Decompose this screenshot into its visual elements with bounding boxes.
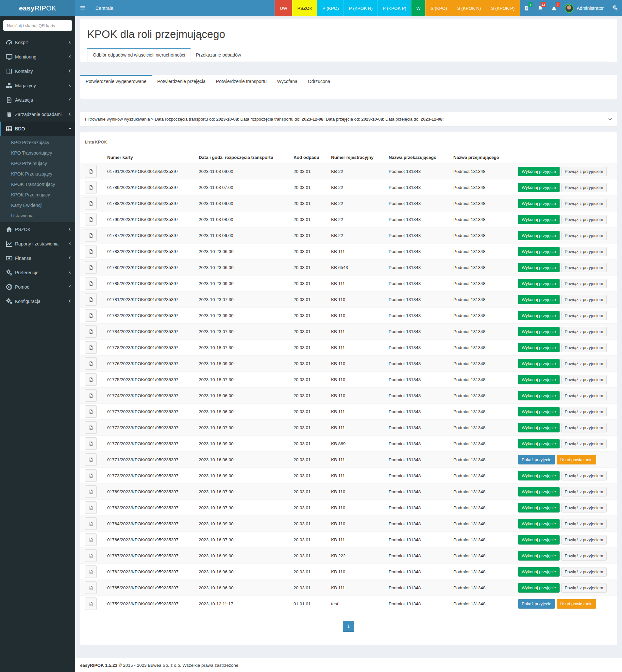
link-receipt-button[interactable]: Powiąż z przyjęciem <box>561 519 607 529</box>
pdf-file-button[interactable] <box>85 357 97 370</box>
show-receipt-button[interactable]: Pokaż przyjęcie <box>518 455 555 464</box>
tab-odrzucona[interactable]: Odrzucona <box>303 75 335 88</box>
sidebar-subitem-kpok-przejmujacy[interactable]: KPOK Przejmujący <box>0 189 75 200</box>
sidebar-subitem-kpok-transportujacy[interactable]: KPOK Transportujący <box>0 179 75 189</box>
link-receipt-button[interactable]: Powiąż z przyjęciem <box>561 439 607 449</box>
role-button-uw[interactable]: UW <box>275 0 292 16</box>
tab-potwierdzenie-transportu[interactable]: Potwierdzenie transportu <box>211 75 272 88</box>
pdf-file-button[interactable] <box>85 469 97 482</box>
page-number-button[interactable]: 1 <box>343 621 355 632</box>
bell-notification-button[interactable]: 22 <box>533 0 547 16</box>
execute-receipt-button[interactable]: Wykonaj przyjęcie <box>518 343 560 352</box>
execute-receipt-button[interactable]: Wykonaj przyjęcie <box>518 423 560 432</box>
sidebar-subitem-karty-ewidencji[interactable]: Karty Ewidencji <box>0 200 75 211</box>
pdf-file-button[interactable] <box>85 389 97 402</box>
link-receipt-button[interactable]: Powiąż z przyjęciem <box>561 231 607 240</box>
execute-receipt-button[interactable]: Wykonaj przyjęcie <box>518 391 560 400</box>
sidebar-item-raporty-i-zestawienia[interactable]: Raporty i zestawienia <box>0 237 75 251</box>
link-receipt-button[interactable]: Powiąż z przyjęciem <box>561 503 607 512</box>
pdf-file-button[interactable] <box>85 581 97 594</box>
role-button-s-kpok-n[interactable]: S (KPOK N) <box>452 0 486 16</box>
link-receipt-button[interactable]: Powiąż z przyjęciem <box>561 215 607 224</box>
pdf-file-button[interactable] <box>85 325 97 338</box>
brand-logo[interactable]: easyRIPOK <box>0 0 75 16</box>
pdf-file-button[interactable] <box>85 421 97 434</box>
remove-link-button[interactable]: Usuń powiązanie <box>557 455 596 464</box>
pdf-file-button[interactable] <box>85 229 97 242</box>
qr-search-input[interactable] <box>3 20 72 31</box>
pdf-file-button[interactable] <box>85 437 97 450</box>
sidebar-item-preferencje[interactable]: Preferencje <box>0 266 75 280</box>
pdf-file-button[interactable] <box>85 245 97 257</box>
execute-receipt-button[interactable]: Wykonaj przyjęcie <box>518 439 560 449</box>
execute-receipt-button[interactable]: Wykonaj przyjęcie <box>518 311 560 320</box>
pdf-file-button[interactable] <box>85 405 97 418</box>
link-receipt-button[interactable]: Powiąż z przyjęciem <box>561 535 607 544</box>
sidebar-toggle-button[interactable] <box>75 0 90 16</box>
sidebar-subitem-ustawienia[interactable]: Ustawienia <box>0 211 75 221</box>
execute-receipt-button[interactable]: Wykonaj przyjęcie <box>518 503 560 512</box>
execute-receipt-button[interactable]: Wykonaj przyjęcie <box>518 487 560 496</box>
pdf-file-button[interactable] <box>85 565 97 578</box>
sidebar-item-kontakty[interactable]: Kontakty <box>0 64 75 78</box>
execute-receipt-button[interactable]: Wykonaj przyjęcie <box>518 519 560 529</box>
link-receipt-button[interactable]: Powiąż z przyjęciem <box>561 471 607 481</box>
link-receipt-button[interactable]: Powiąż z przyjęciem <box>561 551 607 561</box>
link-receipt-button[interactable]: Powiąż z przyjęciem <box>561 359 607 368</box>
sidebar-item-monitoring[interactable]: Monitoring <box>0 50 75 64</box>
pdf-file-button[interactable] <box>85 341 97 354</box>
filetext-notification-button[interactable]: 9 <box>520 0 533 16</box>
role-button-s-kpok-p[interactable]: S (KPOK P) <box>486 0 520 16</box>
execute-receipt-button[interactable]: Wykonaj przyjęcie <box>518 231 560 240</box>
link-receipt-button[interactable]: Powiąż z przyjęciem <box>561 423 607 432</box>
user-menu[interactable]: Administrator <box>561 0 608 16</box>
pdf-file-button[interactable] <box>85 181 97 193</box>
execute-receipt-button[interactable]: Wykonaj przyjęcie <box>518 327 560 336</box>
link-receipt-button[interactable]: Powiąż z przyjęciem <box>561 263 607 272</box>
execute-receipt-button[interactable]: Wykonaj przyjęcie <box>518 471 560 481</box>
pdf-file-button[interactable] <box>85 453 97 466</box>
role-button-p-kpok-p[interactable]: P (KPOK P) <box>378 0 411 16</box>
execute-receipt-button[interactable]: Wykonaj przyjęcie <box>518 535 560 544</box>
settings-button[interactable] <box>608 0 622 16</box>
sidebar-item-konfiguracja[interactable]: Konfiguracja <box>0 294 75 309</box>
tab-potwierdzenie-przejecia[interactable]: Potwierdzenie przejęcia <box>152 75 211 88</box>
execute-receipt-button[interactable]: Wykonaj przyjęcie <box>518 295 560 304</box>
pdf-file-button[interactable] <box>85 501 97 514</box>
role-button-p-kpo[interactable]: P (KPO) <box>317 0 344 16</box>
link-receipt-button[interactable]: Powiąż z przyjęciem <box>561 487 607 496</box>
execute-receipt-button[interactable]: Wykonaj przyjęcie <box>518 407 560 416</box>
role-button-pszok[interactable]: PSZOK <box>292 0 317 16</box>
tab-przekazanie-odpadow[interactable]: Przekazanie odpadów <box>191 48 246 62</box>
link-receipt-button[interactable]: Powiąż z przyjęciem <box>561 391 607 400</box>
role-button-p-kpok-n[interactable]: P (KPOK N) <box>344 0 378 16</box>
pdf-file-button[interactable] <box>85 293 97 306</box>
tab-wycofana[interactable]: Wycofana <box>272 75 303 88</box>
pdf-file-button[interactable] <box>85 373 97 386</box>
execute-receipt-button[interactable]: Wykonaj przyjęcie <box>518 279 560 288</box>
sidebar-subitem-kpo-przejmujacy[interactable]: KPO Przejmujący <box>0 158 75 169</box>
pdf-file-button[interactable] <box>85 165 97 177</box>
pdf-file-button[interactable] <box>85 261 97 274</box>
link-receipt-button[interactable]: Powiąż z przyjęciem <box>561 167 607 176</box>
tab-odbior-odpadow-od-wlascicieli-nieruchomosci[interactable]: Odbiór odpadów od właścicieli nieruchomo… <box>87 48 191 62</box>
execute-receipt-button[interactable]: Wykonaj przyjęcie <box>518 199 560 208</box>
role-button-w[interactable]: W <box>411 0 425 16</box>
link-receipt-button[interactable]: Powiąż z przyjęciem <box>561 279 607 288</box>
pdf-file-button[interactable] <box>85 213 97 225</box>
sidebar-item-zarzadzanie-odpadami[interactable]: Zarządzanie odpadami <box>0 107 75 121</box>
warning-notification-button[interactable]: 7 <box>547 0 561 16</box>
pdf-file-button[interactable] <box>85 550 97 562</box>
sidebar-item-pomoc[interactable]: Pomoc <box>0 280 75 294</box>
execute-receipt-button[interactable]: Wykonaj przyjęcie <box>518 359 560 368</box>
filter-bar[interactable]: Filtrowanie wyników wyszukiwania > Data … <box>80 112 617 127</box>
link-receipt-button[interactable]: Powiąż z przyjęciem <box>561 407 607 416</box>
pdf-file-button[interactable] <box>85 518 97 530</box>
sidebar-subitem-kpo-przekazujacy[interactable]: KPO Przekazujący <box>0 137 75 148</box>
link-receipt-button[interactable]: Powiąż z przyjęciem <box>561 247 607 256</box>
chevron-down-icon[interactable] <box>608 117 612 121</box>
execute-receipt-button[interactable]: Wykonaj przyjęcie <box>518 551 560 561</box>
tab-potwierdzenie-wygenerowane[interactable]: Potwierdzenie wygenerowane <box>80 75 152 88</box>
link-receipt-button[interactable]: Powiąż z przyjęciem <box>561 567 607 576</box>
execute-receipt-button[interactable]: Wykonaj przyjęcie <box>518 567 560 576</box>
